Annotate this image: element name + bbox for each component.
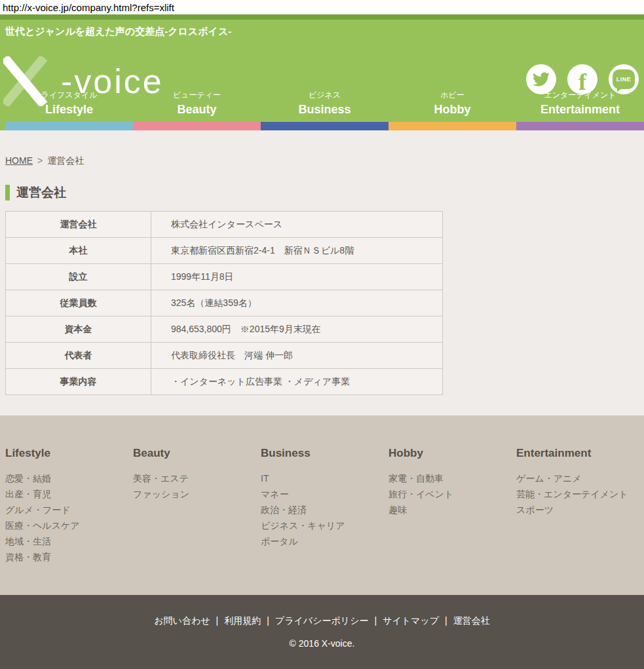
lifestyle-color-bar (5, 122, 133, 130)
breadcrumb-current: 運営会社 (47, 155, 84, 166)
nav-color-bar (0, 122, 644, 130)
footer-link[interactable]: 芸能・エンターテイメント (516, 486, 644, 502)
footer-col-beauty: Beauty 美容・エステ ファッション (133, 447, 261, 595)
page-title: 運営会社 (5, 184, 644, 201)
footer-link[interactable]: 資格・教育 (5, 549, 133, 565)
main-content: HOME>運営会社 運営会社 運営会社 株式会社インタースペース 本社 東京都新… (0, 130, 644, 415)
footer-link[interactable]: ファッション (133, 486, 261, 502)
footer-link[interactable]: ゲーム・アニメ (516, 470, 644, 486)
link-separator: | (374, 615, 377, 626)
link-separator: | (216, 615, 219, 626)
footer-link[interactable]: 医療・ヘルスケア (5, 518, 133, 533)
footer-col-hobby: Hobby 家電・自動車 旅行・イベント 趣味 (388, 447, 516, 595)
beauty-color-bar (133, 122, 261, 130)
footer-link[interactable]: 恋愛・結婚 (5, 470, 133, 486)
copyright: © 2016 X-voice. (0, 638, 644, 649)
title-accent-bar (5, 185, 10, 201)
footer-link[interactable]: マネー (261, 486, 388, 502)
bottom-footer-links: お問い合わせ|利用規約|プライバシーポリシー|サイトマップ|運営会社 (0, 595, 644, 627)
bottom-footer: お問い合わせ|利用規約|プライバシーポリシー|サイトマップ|運営会社 © 201… (0, 595, 644, 669)
table-row: 代表者 代表取締役社長 河端 伸一郎 (6, 343, 443, 369)
footer-link[interactable]: 趣味 (388, 502, 516, 518)
table-row: 本社 東京都新宿区西新宿2-4-1 新宿ＮＳビル8階 (6, 238, 443, 264)
link-separator: | (267, 615, 269, 626)
nav-item-entertainment[interactable]: エンターテイメント Entertainment (516, 90, 644, 122)
table-row: 運営会社 株式会社インタースペース (6, 212, 443, 238)
footer-link[interactable]: スポーツ (516, 502, 644, 518)
footer-col-lifestyle: Lifestyle 恋愛・結婚 出産・育児 グルメ・フード 医療・ヘルスケア 地… (5, 447, 133, 595)
footer-link[interactable]: 家電・自動車 (388, 470, 516, 486)
nav-item-hobby[interactable]: ホビー Hobby (388, 90, 516, 122)
twitter-icon (533, 71, 550, 88)
site-tagline: 世代とジャンルを超えた声の交差点-クロスボイス- (0, 20, 644, 38)
company-info-table: 運営会社 株式会社インタースペース 本社 東京都新宿区西新宿2-4-1 新宿ＮＳ… (5, 211, 443, 395)
footer-link[interactable]: 政治・経済 (261, 502, 388, 518)
main-nav: ライフスタイル Lifestyle ビューティー Beauty ビジネス Bus… (0, 90, 644, 122)
footer-col-entertainment: Entertainment ゲーム・アニメ 芸能・エンターテイメント スポーツ (516, 447, 644, 595)
footer-link[interactable]: 美容・エステ (133, 470, 261, 486)
breadcrumb: HOME>運営会社 (5, 155, 644, 167)
footer-link[interactable]: IT (261, 470, 388, 486)
sitemap-link[interactable]: サイトマップ (383, 615, 439, 626)
breadcrumb-home-link[interactable]: HOME (5, 155, 33, 166)
footer-link[interactable]: ビジネス・キャリア (261, 518, 388, 533)
footer-link[interactable]: ポータル (261, 533, 388, 549)
privacy-policy-link[interactable]: プライバシーポリシー (275, 615, 369, 626)
site-header: 世代とジャンルを超えた声の交差点-クロスボイス- -voice f LINE (0, 20, 644, 122)
nav-item-lifestyle[interactable]: ライフスタイル Lifestyle (5, 90, 133, 122)
line-icon: LINE (613, 69, 635, 89)
footer-link[interactable]: 出産・育児 (5, 486, 133, 502)
company-link[interactable]: 運営会社 (453, 615, 490, 626)
footer-link[interactable]: 地域・生活 (5, 533, 133, 549)
url-text: http://x-voice.jp/company.html?refs=xlif… (0, 0, 644, 14)
header-top-strip (0, 14, 644, 20)
link-separator: | (445, 615, 447, 626)
breadcrumb-separator: > (37, 155, 43, 166)
footer-link[interactable]: 旅行・イベント (388, 486, 516, 502)
terms-link[interactable]: 利用規約 (224, 615, 261, 626)
hobby-color-bar (388, 122, 516, 130)
table-row: 事業内容 ・インターネット広告事業 ・メディア事業 (6, 369, 443, 395)
contact-link[interactable]: お問い合わせ (154, 615, 210, 626)
table-row: 従業員数 325名（連結359名） (6, 290, 443, 316)
table-row: 資本金 984,653,800円 ※2015年9月末現在 (6, 316, 443, 343)
sitemap-footer: Lifestyle 恋愛・結婚 出産・育児 グルメ・フード 医療・ヘルスケア 地… (0, 415, 644, 595)
footer-col-business: Business IT マネー 政治・経済 ビジネス・キャリア ポータル (261, 447, 388, 595)
footer-link[interactable]: グルメ・フード (5, 502, 133, 518)
nav-item-beauty[interactable]: ビューティー Beauty (133, 90, 261, 122)
business-color-bar (261, 122, 388, 130)
entertainment-color-bar (516, 122, 644, 130)
nav-item-business[interactable]: ビジネス Business (261, 90, 388, 122)
table-row: 設立 1999年11月8日 (6, 264, 443, 290)
